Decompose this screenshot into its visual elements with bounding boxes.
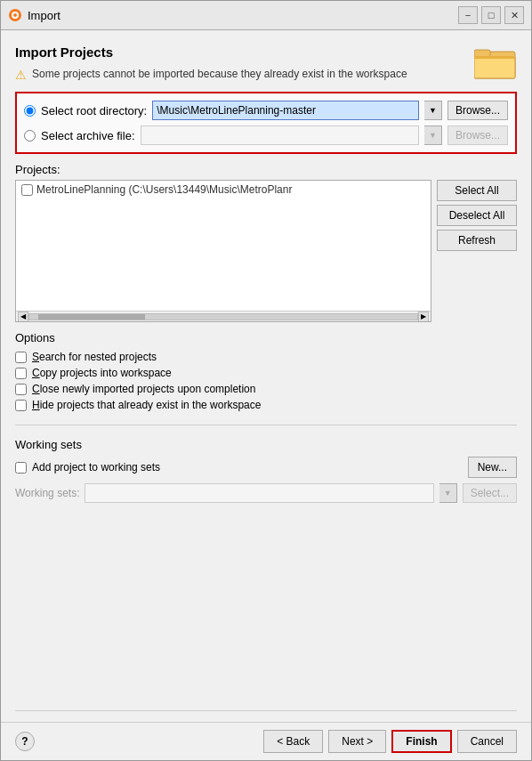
archive-file-radio[interactable] [24, 130, 36, 142]
project-checkbox[interactable] [21, 184, 33, 196]
svg-rect-4 [474, 57, 515, 78]
working-sets-title: Working sets [15, 438, 517, 451]
folder-icon [474, 45, 517, 80]
svg-rect-6 [474, 56, 515, 59]
copy-projects-label[interactable]: Copy projects into workspace [32, 367, 172, 379]
select-all-button[interactable]: Select All [437, 180, 517, 201]
title-bar-left: Import [8, 8, 60, 22]
ws-dropdown-arrow: ▼ [439, 483, 457, 503]
source-selection-box: Select root directory: ▼ Browse... Selec… [15, 92, 517, 154]
window-title: Import [28, 9, 60, 22]
projects-label: Projects: [15, 163, 517, 176]
dialog-content: Import Projects ⚠ Some projects cannot b… [1, 30, 531, 722]
select-working-set-button: Select... [463, 483, 517, 503]
projects-actions: Select All Deselect All Refresh [437, 180, 517, 322]
close-imported-row: Close newly imported projects upon compl… [15, 382, 517, 396]
dialog-footer: ? < Back Next > Finish Cancel [1, 722, 531, 760]
hide-existing-row: Hide projects that already exist in the … [15, 398, 517, 412]
scroll-left-button[interactable]: ◀ [18, 312, 28, 322]
folder-icon-area [474, 45, 517, 83]
archive-browse-button: Browse... [447, 125, 508, 145]
copy-projects-checkbox[interactable] [15, 368, 27, 379]
add-to-working-sets-label[interactable]: Add project to working sets [32, 461, 160, 474]
projects-list: MetroLinePlanning (C:\Users\13449\Music\… [15, 180, 431, 322]
working-sets-label: Working sets: [15, 487, 79, 499]
projects-section: Projects: MetroLinePlanning (C:\Users\13… [15, 163, 517, 322]
help-button[interactable]: ? [15, 732, 35, 751]
archive-dropdown-arrow[interactable]: ▼ [424, 125, 442, 145]
close-imported-label[interactable]: Close newly imported projects upon compl… [32, 383, 255, 395]
working-sets-section: Working sets Add project to working sets… [15, 438, 517, 503]
new-working-set-button[interactable]: New... [468, 457, 517, 478]
root-directory-radio[interactable] [24, 105, 36, 117]
options-section: Options Search for nested projects Copy … [15, 331, 517, 412]
root-directory-input[interactable] [152, 101, 419, 120]
scroll-thumb[interactable] [38, 314, 145, 320]
minimize-button[interactable]: − [458, 6, 478, 24]
horizontal-scrollbar[interactable]: ◀ ▶ [16, 311, 431, 321]
list-item: MetroLinePlanning (C:\Users\13449\Music\… [16, 181, 431, 198]
separator-2 [15, 710, 517, 711]
working-sets-select-row: Working sets: ▼ Select... [15, 483, 517, 503]
root-dir-browse-button[interactable]: Browse... [447, 101, 508, 120]
next-button[interactable]: Next > [328, 730, 386, 753]
add-to-working-sets-row: Add project to working sets New... [15, 457, 517, 478]
svg-rect-5 [474, 50, 490, 57]
warning-text: Some projects cannot be imported because… [32, 67, 407, 82]
title-bar: Import − □ ✕ [1, 1, 531, 30]
add-to-working-sets-checkbox[interactable] [15, 462, 27, 474]
title-bar-controls: − □ ✕ [458, 6, 524, 24]
nested-projects-checkbox[interactable] [15, 352, 27, 363]
refresh-button[interactable]: Refresh [437, 230, 517, 251]
nested-underline: Search for nested projects [32, 351, 157, 363]
nested-projects-row: Search for nested projects [15, 350, 517, 364]
import-dialog: Import − □ ✕ Import Projects ⚠ Some proj… [0, 0, 532, 761]
options-title: Options [15, 331, 517, 344]
header-left: Import Projects ⚠ Some projects cannot b… [15, 45, 407, 82]
close-underline: Close newly imported projects upon compl… [32, 383, 255, 395]
close-button[interactable]: ✕ [504, 6, 524, 24]
hide-existing-label[interactable]: Hide projects that already exist in the … [32, 399, 261, 411]
page-header: Import Projects ⚠ Some projects cannot b… [15, 45, 517, 83]
warning-row: ⚠ Some projects cannot be imported becau… [15, 67, 407, 82]
svg-point-2 [13, 13, 17, 17]
finish-button[interactable]: Finish [391, 730, 451, 753]
root-directory-label[interactable]: Select root directory: [41, 104, 147, 117]
back-button[interactable]: < Back [263, 730, 323, 753]
working-sets-combo [85, 483, 433, 503]
nested-projects-label[interactable]: Search for nested projects [32, 351, 157, 363]
close-imported-checkbox[interactable] [15, 384, 27, 395]
cancel-button[interactable]: Cancel [457, 730, 517, 753]
root-dir-dropdown-arrow[interactable]: ▼ [424, 101, 442, 120]
scroll-right-button[interactable]: ▶ [418, 312, 429, 322]
projects-area: MetroLinePlanning (C:\Users\13449\Music\… [15, 180, 517, 322]
archive-file-label[interactable]: Select archive file: [41, 129, 135, 142]
hide-underline: Hide projects that already exist in the … [32, 399, 261, 411]
page-title: Import Projects [15, 45, 407, 60]
archive-file-input[interactable] [141, 125, 419, 145]
root-directory-row: Select root directory: ▼ Browse... [24, 101, 508, 120]
deselect-all-button[interactable]: Deselect All [437, 205, 517, 226]
separator-1 [15, 425, 517, 425]
project-name: MetroLinePlanning (C:\Users\13449\Music\… [36, 183, 292, 196]
copy-projects-row: Copy projects into workspace [15, 366, 517, 380]
warning-icon: ⚠ [15, 68, 27, 82]
app-icon [8, 8, 22, 22]
hide-existing-checkbox[interactable] [15, 400, 27, 411]
archive-file-row: Select archive file: ▼ Browse... [24, 125, 508, 145]
scroll-track[interactable] [28, 313, 418, 320]
copy-underline: Copy projects into workspace [32, 367, 172, 379]
maximize-button[interactable]: □ [481, 6, 501, 24]
